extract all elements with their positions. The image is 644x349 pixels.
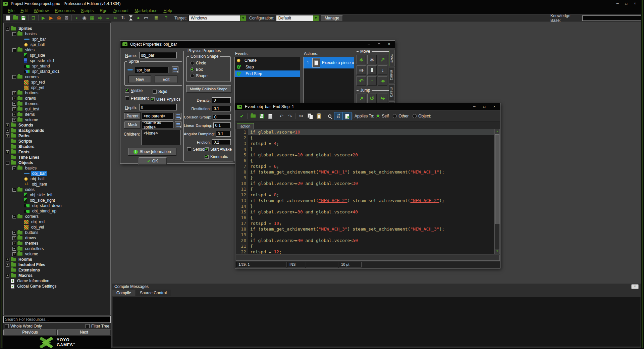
tree-item-spr-yel[interactable]: spr_yel: [4, 85, 110, 90]
move-free-action[interactable]: ∗: [367, 55, 377, 64]
tree-expander-icon[interactable]: −: [6, 27, 9, 31]
set-friction-action[interactable]: ↠: [378, 76, 387, 86]
save-code-button[interactable]: [257, 112, 266, 120]
tree-expander-icon[interactable]: +: [6, 150, 9, 154]
scroll-down-icon[interactable]: ▼: [495, 249, 499, 254]
global-game-settings-button[interactable]: ≣: [152, 15, 160, 21]
tree-item-spr-stand-dlc1[interactable]: spr_stand_dlc1: [4, 69, 110, 74]
sprite-select-button[interactable]: [172, 66, 178, 73]
create-background-button[interactable]: ▦: [88, 15, 96, 21]
physics-value-field[interactable]: 0.1: [212, 106, 231, 111]
create-timeline-button[interactable]: [127, 15, 135, 21]
tree-item-items[interactable]: +items: [4, 112, 110, 117]
create-room-button[interactable]: ▭: [142, 15, 150, 21]
scrollbar-thumb[interactable]: [495, 134, 499, 224]
toggle-line-numbers-button[interactable]: 1001: [334, 112, 343, 120]
tree-item-time-lines[interactable]: Time Lines: [4, 155, 110, 160]
create-object-button[interactable]: ●: [135, 15, 142, 21]
library-tab-main2[interactable]: main2: [389, 84, 395, 100]
tree-item-draws[interactable]: +draws: [4, 96, 110, 101]
tree-expander-icon[interactable]: −: [6, 161, 9, 165]
minimize-button[interactable]: ─: [613, 1, 622, 6]
minimize-button[interactable]: ─: [471, 104, 478, 109]
tree-item-obj-red[interactable]: obj_red: [4, 219, 110, 225]
tree-item-obj-stand-down[interactable]: obj_stand_down: [4, 203, 110, 208]
create-sprite-button[interactable]: ◖: [73, 15, 80, 21]
tree-item-buttons[interactable]: +buttons: [4, 90, 110, 96]
tree-item-rooms[interactable]: +Rooms: [4, 257, 110, 262]
tree-expander-icon[interactable]: −: [12, 75, 16, 79]
chevron-down-icon[interactable]: ▼: [240, 15, 246, 21]
tree-expander-icon[interactable]: +: [12, 107, 16, 111]
filter-tree-option[interactable]: Filter Tree: [86, 324, 109, 329]
scroll-up-icon[interactable]: ▲: [495, 129, 499, 134]
menu-resources[interactable]: Resources: [52, 8, 78, 14]
tree-expander-icon[interactable]: −: [12, 166, 16, 170]
compile-tab-compile[interactable]: Compile: [112, 290, 135, 296]
tree-item-extensions[interactable]: Extensions: [4, 267, 110, 273]
menu-marketplace[interactable]: Marketplace: [131, 8, 160, 14]
menu-help[interactable]: Help: [160, 8, 175, 14]
tree-item-basics[interactable]: −basics: [4, 165, 110, 171]
tree-item-sides[interactable]: −sides: [4, 187, 110, 192]
knowledge-base-input[interactable]: [582, 15, 641, 21]
kinematic-checkbox[interactable]: [205, 155, 209, 159]
menu-file[interactable]: File: [5, 8, 17, 14]
tree-expander-icon[interactable]: −: [12, 48, 16, 52]
tree-item-shaders[interactable]: Shaders: [4, 144, 110, 149]
tree-expander-icon[interactable]: +: [6, 263, 9, 267]
tree-item-spr-red[interactable]: spr_red: [4, 80, 110, 85]
mask-field[interactable]: <same as sprite>: [142, 121, 173, 128]
tree-item-themes[interactable]: +themes: [4, 101, 110, 106]
reverse-vertical-action[interactable]: ∩: [367, 76, 377, 86]
filter-tree-checkbox[interactable]: [86, 324, 90, 328]
menu-run[interactable]: Run: [97, 8, 110, 14]
tree-item-spr-side[interactable]: spr_side: [4, 53, 110, 58]
tree-item-spr-stand[interactable]: spr_stand: [4, 63, 110, 69]
tree-expander-icon[interactable]: +: [12, 242, 16, 245]
move-towards-action[interactable]: ↗: [378, 55, 387, 64]
code-editor[interactable]: 1if global.vscore<102{3rotspd = 4;4}5if …: [236, 129, 494, 254]
tree-expander-icon[interactable]: +: [12, 118, 16, 122]
print-code-button[interactable]: [266, 112, 275, 120]
parent-button[interactable]: Parent: [124, 113, 141, 119]
speed-horizontal-action[interactable]: ⇒: [357, 65, 366, 75]
tree-expander-icon[interactable]: −: [12, 188, 16, 192]
tree-expander-icon[interactable]: −: [12, 32, 16, 36]
tree-item-scripts[interactable]: Scripts: [4, 139, 110, 144]
physics-value-field[interactable]: 0.1: [213, 122, 231, 128]
shape-radio-shape[interactable]: Shape: [190, 73, 208, 78]
help-button[interactable]: ?: [162, 15, 170, 21]
load-code-button[interactable]: [249, 112, 257, 120]
save-project-button[interactable]: [19, 15, 27, 21]
menu-scripts[interactable]: Scripts: [78, 8, 97, 14]
mask-select-button[interactable]: [175, 121, 181, 128]
action-item-execute-code[interactable]: 1 Execute a piece of: [304, 57, 354, 68]
tree-item-included-files[interactable]: +Included Files: [4, 262, 110, 267]
tree-item-controllers[interactable]: +controllers: [4, 246, 110, 251]
clean-cache-button[interactable]: ⊠: [63, 15, 70, 21]
open-project-button[interactable]: [12, 15, 19, 21]
tree-expander-icon[interactable]: +: [6, 258, 9, 261]
tree-item-backgrounds[interactable]: +Backgrounds: [4, 128, 110, 133]
edit-sprite-button[interactable]: Edit: [155, 76, 177, 83]
tab-action[interactable]: action: [237, 123, 254, 129]
copy-button[interactable]: [306, 112, 314, 120]
tree-expander-icon[interactable]: +: [6, 129, 9, 133]
event-item-end-step[interactable]: End Step: [235, 70, 300, 77]
shape-radio-box[interactable]: Box: [190, 67, 208, 72]
tree-item-obj-yel[interactable]: obj_yel: [4, 225, 110, 230]
ok-button[interactable]: ✔ OK: [139, 157, 167, 165]
tree-expander-icon[interactable]: +: [12, 113, 16, 116]
solid-checkbox[interactable]: [153, 90, 157, 94]
physics-value-field[interactable]: 0: [212, 97, 231, 103]
event-item-step[interactable]: Step: [235, 64, 300, 70]
tree-item-obj-bar[interactable]: obj_bar: [4, 171, 110, 176]
move-fixed-action[interactable]: ∗: [357, 55, 366, 64]
parent-field[interactable]: <no parent>: [142, 113, 173, 119]
applies-self-radio[interactable]: Self: [376, 114, 389, 118]
compile-output[interactable]: [112, 297, 641, 347]
tree-item-draws[interactable]: +draws: [4, 235, 110, 241]
next-button[interactable]: Next: [57, 330, 111, 335]
panel-close-icon[interactable]: ✕: [631, 284, 639, 289]
